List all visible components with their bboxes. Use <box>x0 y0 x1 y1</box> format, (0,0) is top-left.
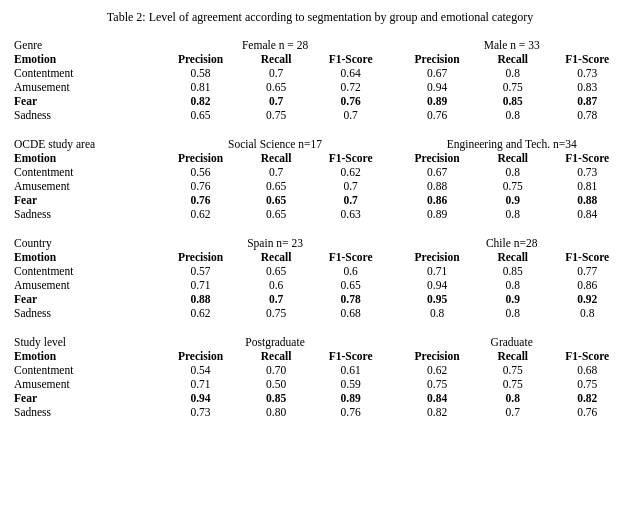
main-table: GenreFemale n = 28Male n = 33EmotionPrec… <box>10 31 630 419</box>
table-row: Fear0.940.850.890.840.80.82 <box>10 391 630 405</box>
table-row: Contentment0.580.70.640.670.80.73 <box>10 66 630 80</box>
table-row: Contentment0.570.650.60.710.850.77 <box>10 264 630 278</box>
table-row: Fear0.820.70.760.890.850.87 <box>10 94 630 108</box>
table-row: Fear0.760.650.70.860.90.88 <box>10 193 630 207</box>
table-row: Amusement0.810.650.720.940.750.83 <box>10 80 630 94</box>
table-row: Fear0.880.70.780.950.90.92 <box>10 292 630 306</box>
table-row: Sadness0.650.750.70.760.80.78 <box>10 108 630 122</box>
table-row: Contentment0.560.70.620.670.80.73 <box>10 165 630 179</box>
table-row: Amusement0.760.650.70.880.750.81 <box>10 179 630 193</box>
table-row: Contentment0.540.700.610.620.750.68 <box>10 363 630 377</box>
table-row: Sadness0.620.650.630.890.80.84 <box>10 207 630 221</box>
table-row: Sadness0.620.750.680.80.80.8 <box>10 306 630 320</box>
table-row: Sadness0.730.800.760.820.70.76 <box>10 405 630 419</box>
table-row: Amusement0.710.60.650.940.80.86 <box>10 278 630 292</box>
table-row: Amusement0.710.500.590.750.750.75 <box>10 377 630 391</box>
table-title: Table 2: Level of agreement according to… <box>10 10 630 25</box>
